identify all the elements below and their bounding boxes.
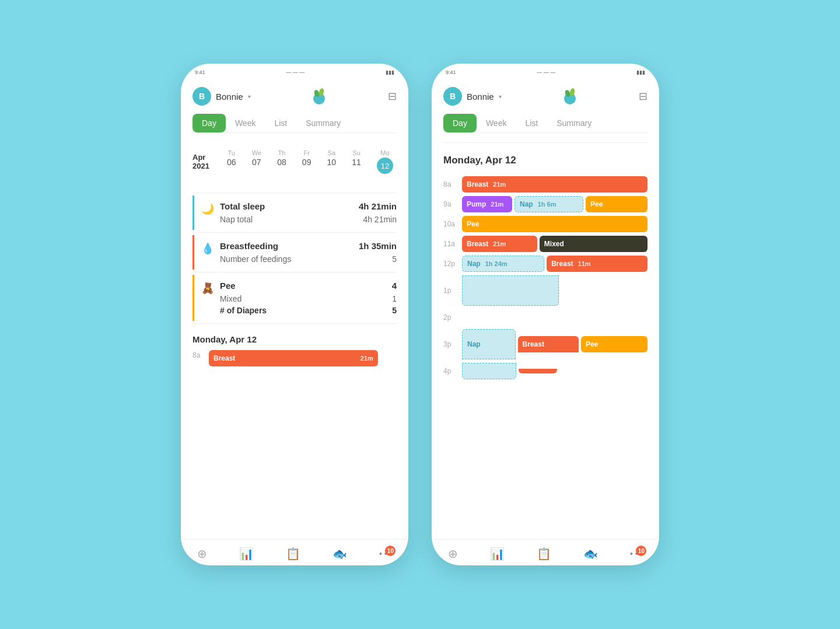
right-tab-list[interactable]: List xyxy=(516,114,547,132)
left-date-selector: Apr2021 Tu 06 We 07 Th 08 Fr xyxy=(192,142,397,181)
sleep-content: Total sleep 4h 21min Nap total 4h 21min xyxy=(220,201,397,224)
left-nav-badge: 10 xyxy=(385,546,396,556)
right-day-heading: Monday, Apr 12 xyxy=(443,149,648,174)
right-row-9a: 9a Pump 21m Nap 1h 6m Pee xyxy=(443,194,648,214)
right-breast-8a[interactable]: Breast 21m xyxy=(462,176,648,193)
right-time-3p: 3p xyxy=(443,340,460,348)
right-phone-content: B Bonnie ▾ ⊟ Day Week List Summary xyxy=(432,81,659,539)
left-tab-day[interactable]: Day xyxy=(192,114,226,132)
notch-center-left: — — — xyxy=(205,69,386,75)
left-tab-week[interactable]: Week xyxy=(226,114,265,132)
left-settings-icon[interactable]: ⊟ xyxy=(388,90,397,103)
status-time-left: 9:41 xyxy=(195,69,205,75)
right-pump-9a[interactable]: Pump 21m xyxy=(462,196,512,212)
right-nav-more[interactable]: • • • 10 xyxy=(630,549,643,558)
right-tab-week[interactable]: Week xyxy=(477,114,516,132)
right-stats-icon: 📊 xyxy=(490,547,505,561)
right-breast-3p[interactable]: Breast xyxy=(518,336,579,352)
right-breast-11a[interactable]: Breast 21m xyxy=(462,236,537,252)
right-nap-3p[interactable]: Nap xyxy=(462,329,516,359)
battery-right: ▮▮▮ xyxy=(636,69,645,75)
right-tab-summary[interactable]: Summary xyxy=(547,114,601,132)
right-nap-4p-cont[interactable] xyxy=(462,363,516,379)
left-day-heading: Monday, Apr 12 xyxy=(192,326,397,350)
left-day-07[interactable]: We 07 xyxy=(249,147,265,176)
left-day-09[interactable]: Fr 09 xyxy=(299,147,315,176)
right-row-11a: 11a Breast 21m Mixed xyxy=(443,234,648,254)
right-nap-12p[interactable]: Nap 1h 24m xyxy=(462,256,544,272)
left-nav-profile[interactable]: 🐟 xyxy=(332,547,347,561)
right-nav-add[interactable]: ⊕ xyxy=(448,547,458,561)
left-breast-bar-8a[interactable]: Breast 21m xyxy=(209,350,378,366)
right-mixed-11a[interactable]: Mixed xyxy=(540,236,648,252)
notch-area-right: 9:41 — — — ▮▮▮ xyxy=(432,64,659,81)
phones-container: 9:41 — — — ▮▮▮ B Bonnie ▾ ⊟ xyxy=(181,64,659,565)
mixed-label: Mixed xyxy=(220,294,242,303)
right-user-info[interactable]: B Bonnie ▾ xyxy=(443,87,502,106)
left-nav-more[interactable]: • • • 10 xyxy=(379,549,392,558)
right-add-icon: ⊕ xyxy=(448,547,458,561)
right-username: Bonnie xyxy=(467,92,494,102)
left-feeding-section: 💧 Breastfeeding 1h 35min Number of feedi… xyxy=(192,235,397,270)
right-breast-12p[interactable]: Breast 11m xyxy=(547,256,648,272)
status-time-right: 9:41 xyxy=(446,69,456,75)
right-time-9a: 9a xyxy=(443,200,460,208)
right-logo-icon xyxy=(559,86,580,107)
right-sep-line xyxy=(443,142,648,143)
right-settings-icon[interactable]: ⊟ xyxy=(639,90,648,103)
notch-center-right: — — — xyxy=(456,69,636,75)
left-day-10[interactable]: Sa 10 xyxy=(324,147,340,176)
right-nav-stats[interactable]: 📊 xyxy=(490,547,505,561)
left-phone-content: B Bonnie ▾ ⊟ Day Week List Summary xyxy=(181,81,408,539)
right-time-10a: 10a xyxy=(443,220,460,228)
right-tab-day[interactable]: Day xyxy=(443,114,477,132)
left-tab-summary[interactable]: Summary xyxy=(296,114,350,132)
left-dropdown-arrow-icon[interactable]: ▾ xyxy=(248,93,251,100)
right-nap-1p-cont[interactable] xyxy=(462,275,559,306)
right-pee-9a[interactable]: Pee xyxy=(586,196,648,212)
mixed-value: 1 xyxy=(392,294,397,303)
right-breast-4p-cont[interactable] xyxy=(519,369,557,373)
right-pee-3p[interactable]: Pee xyxy=(581,336,648,352)
right-nav-tabs: Day Week List Summary xyxy=(443,114,648,133)
diapers-value: 5 xyxy=(392,306,397,315)
left-day-12-today[interactable]: Mo 12 xyxy=(373,147,397,176)
left-time-label-8a: 8a xyxy=(192,350,209,359)
right-nav-list[interactable]: 📋 xyxy=(537,547,551,561)
right-time-8a: 8a xyxy=(443,180,460,188)
right-nap-9a[interactable]: Nap 1h 6m xyxy=(514,196,583,212)
left-nav-stats[interactable]: 📊 xyxy=(239,547,254,561)
right-time-11a: 11a xyxy=(443,240,460,248)
pee-title: Pee xyxy=(220,281,236,291)
left-nav-add[interactable]: ⊕ xyxy=(197,547,207,561)
left-time-8a: 8a Breast 21m xyxy=(192,350,397,373)
divider4 xyxy=(192,323,397,324)
right-nav-profile[interactable]: 🐟 xyxy=(583,547,598,561)
divider3 xyxy=(192,272,397,272)
divider1 xyxy=(192,193,397,193)
left-nav-tabs: Day Week List Summary xyxy=(192,114,397,133)
right-row-4p: 4p xyxy=(443,361,648,381)
left-day-08[interactable]: Th 08 xyxy=(274,147,290,176)
right-time-4p: 4p xyxy=(443,367,460,375)
left-tab-list[interactable]: List xyxy=(265,114,296,132)
right-dropdown-arrow-icon[interactable]: ▾ xyxy=(499,93,502,100)
left-phone: 9:41 — — — ▮▮▮ B Bonnie ▾ ⊟ xyxy=(181,64,408,565)
battery-left: ▮▮▮ xyxy=(386,69,394,75)
left-month-year: Apr2021 xyxy=(192,153,219,170)
feeding-title: Breastfeeding xyxy=(220,241,278,251)
left-day-11[interactable]: Su 11 xyxy=(348,147,365,176)
left-breast-duration: 21m xyxy=(360,355,373,362)
left-day-06[interactable]: Tu 06 xyxy=(223,147,240,176)
sleep-icon: 🌙 xyxy=(201,202,214,224)
right-row-3p: 3p Nap Breast Pee xyxy=(443,327,648,361)
diapers-label: # of Diapers xyxy=(220,306,267,315)
right-pee-10a[interactable]: Pee xyxy=(462,216,648,232)
right-row-8a: 8a Breast 21m xyxy=(443,174,648,194)
nap-total-label: Nap total xyxy=(220,215,253,224)
sleep-title: Total sleep xyxy=(220,201,265,211)
left-user-info[interactable]: B Bonnie ▾ xyxy=(192,87,251,106)
left-nav-list[interactable]: 📋 xyxy=(286,547,300,561)
profile-icon: 🐟 xyxy=(332,547,347,561)
left-diaper-section: 🧸 Pee 4 Mixed 1 # of Diapers 5 xyxy=(192,275,397,321)
